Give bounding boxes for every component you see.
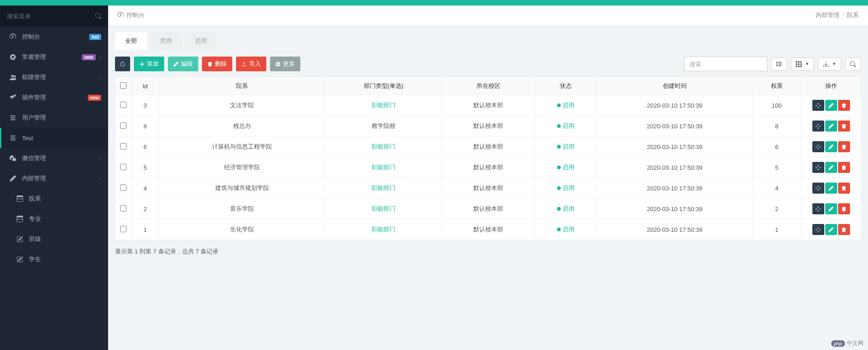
row-checkbox[interactable] (120, 164, 126, 170)
sidebar-search-input[interactable] (0, 6, 89, 27)
cell-id: 5 (132, 157, 159, 178)
status-badge[interactable]: 启用 (557, 184, 575, 191)
th-status[interactable]: 状态 (535, 77, 597, 95)
sidebar-item-0[interactable]: 控制台hot (0, 27, 108, 47)
row-move-button[interactable] (812, 183, 824, 194)
caret-down-icon: ▼ (832, 62, 836, 66)
tab-0[interactable]: 全部 (115, 32, 147, 50)
pencil-icon (828, 144, 834, 149)
row-edit-button[interactable] (825, 224, 837, 235)
row-move-button[interactable] (812, 203, 824, 214)
row-delete-button[interactable] (838, 141, 850, 152)
sidebar-item-label: 常规管理 (22, 53, 82, 61)
sidebar-item-2[interactable]: 权限管理‹ (0, 67, 108, 87)
row-move-button[interactable] (812, 162, 824, 173)
gear-icon (276, 62, 281, 67)
search-button[interactable] (845, 57, 861, 71)
sidebar-search-button[interactable] (89, 6, 108, 27)
sidebar-item-1[interactable]: 常规管理new‹ (0, 47, 108, 67)
dashboard-icon (117, 12, 124, 18)
import-button[interactable]: 导入 (236, 57, 266, 71)
wechat-icon (8, 155, 17, 161)
cell-type-link[interactable]: 职能部门 (372, 184, 396, 191)
row-edit-button[interactable] (825, 120, 837, 132)
status-badge[interactable]: 启用 (557, 164, 575, 171)
row-checkbox[interactable] (120, 226, 126, 232)
th-created[interactable]: 创建时间 (597, 77, 753, 95)
row-checkbox[interactable] (120, 122, 126, 129)
table-row: 6计算机与信息工程学院职能部门默认校本部启用2020-03-10 17:50:3… (115, 137, 861, 157)
status-badge[interactable]: 启用 (557, 205, 575, 212)
th-dept[interactable]: 院系 (159, 77, 325, 95)
move-icon (816, 186, 821, 191)
toolbar-search-input[interactable] (684, 57, 767, 71)
breadcrumb-path2[interactable]: 院系 (847, 11, 859, 19)
th-campus[interactable]: 所在校区 (442, 77, 535, 95)
row-delete-button[interactable] (838, 183, 850, 194)
row-delete-button[interactable] (838, 203, 850, 214)
add-button[interactable]: 添加 (134, 57, 164, 71)
th-weight[interactable]: 权重 (753, 77, 801, 95)
list-icon (776, 61, 782, 67)
row-checkbox[interactable] (120, 102, 126, 108)
columns-button[interactable]: ▼ (791, 57, 814, 71)
export-button[interactable]: ▼ (818, 57, 841, 71)
pencil-icon (828, 165, 834, 170)
cell-weight: 5 (753, 157, 801, 178)
sidebar-item-4[interactable]: 用户管理 (0, 108, 108, 128)
row-delete-button[interactable] (838, 100, 850, 111)
pencil-icon (828, 227, 834, 232)
row-move-button[interactable] (812, 141, 824, 152)
row-delete-button[interactable] (838, 120, 850, 132)
row-checkbox[interactable] (120, 143, 126, 149)
sidebar-item-3[interactable]: 插件管理new (0, 87, 108, 108)
status-badge[interactable]: 启用 (557, 143, 575, 150)
select-all-checkbox[interactable] (120, 82, 126, 89)
status-badge[interactable]: 启用 (557, 226, 575, 233)
status-badge[interactable]: 启用 (557, 102, 575, 109)
delete-button[interactable]: 删除 (202, 57, 232, 71)
sidebar-sub-item-3[interactable]: 学生 (0, 249, 108, 270)
row-edit-button[interactable] (825, 100, 837, 111)
caret-down-icon: ▼ (805, 62, 809, 66)
row-edit-button[interactable] (825, 183, 837, 194)
cell-id: 4 (132, 178, 159, 199)
refresh-button[interactable] (115, 57, 130, 71)
status-badge[interactable]: 启用 (557, 122, 575, 129)
tab-2[interactable]: 启用 (185, 32, 217, 50)
row-move-button[interactable] (812, 120, 824, 132)
cell-type-link[interactable]: 职能部门 (372, 226, 396, 233)
th-id[interactable]: Id (132, 77, 159, 95)
trash-icon (841, 165, 846, 170)
sidebar-item-5[interactable]: Test (0, 128, 108, 148)
tab-1[interactable]: 禁用 (150, 32, 182, 50)
cell-type-link[interactable]: 职能部门 (372, 143, 396, 150)
row-move-button[interactable] (812, 224, 824, 235)
cell-type-link[interactable]: 职能部门 (372, 102, 396, 109)
more-button[interactable]: 更多 (270, 57, 300, 71)
cell-created: 2020-03-10 17:50:39 (597, 219, 753, 240)
cell-type-link[interactable]: 职能部门 (372, 164, 396, 171)
row-edit-button[interactable] (825, 162, 837, 173)
sidebar-sub-item-1[interactable]: 专业 (0, 209, 108, 229)
chevron-left-icon: ‹ (99, 175, 101, 182)
toggle-view-button[interactable] (771, 57, 787, 71)
move-icon (816, 103, 821, 108)
row-edit-button[interactable] (825, 141, 837, 152)
edit-button[interactable]: 编辑 (168, 57, 198, 71)
row-move-button[interactable] (812, 100, 824, 111)
sidebar-item-6[interactable]: 微信管理‹ (0, 148, 108, 168)
row-checkbox[interactable] (120, 184, 126, 191)
cell-type-link[interactable]: 职能部门 (372, 205, 396, 212)
sidebar-item-7[interactable]: 内部管理‹ (0, 168, 108, 189)
row-edit-button[interactable] (825, 203, 837, 214)
svg-rect-6 (796, 61, 797, 63)
row-checkbox[interactable] (120, 205, 126, 212)
status-dot-icon (557, 228, 561, 231)
row-delete-button[interactable] (838, 162, 850, 173)
th-type[interactable]: 部门类型(单选) (325, 77, 443, 95)
breadcrumb-path1[interactable]: 内部管理 (816, 11, 839, 19)
row-delete-button[interactable] (838, 224, 850, 235)
sidebar-sub-item-0[interactable]: 院系 (0, 189, 108, 209)
sidebar-sub-item-2[interactable]: 班级 (0, 229, 108, 249)
